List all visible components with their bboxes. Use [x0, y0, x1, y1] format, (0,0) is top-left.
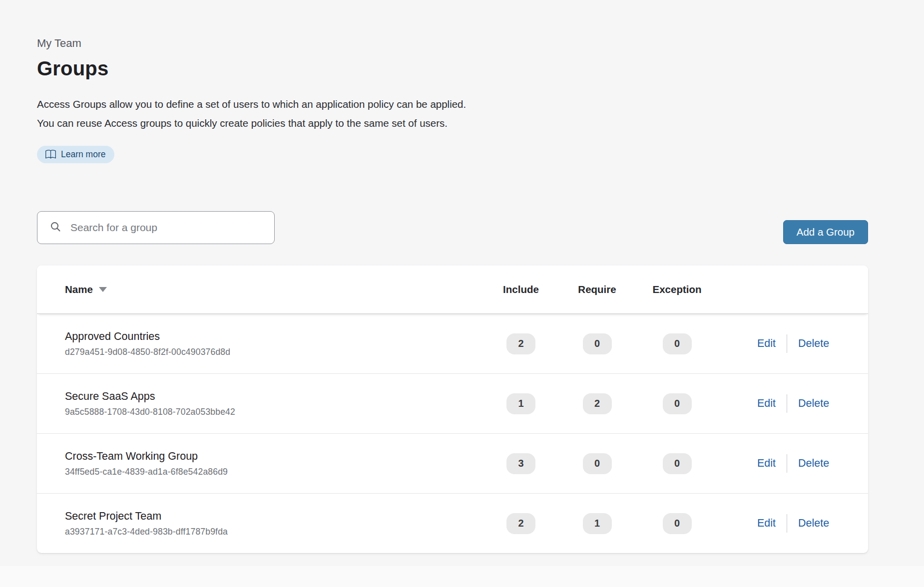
- page-title: Groups: [37, 57, 868, 80]
- delete-link[interactable]: Delete: [798, 457, 829, 470]
- group-id: d279a451-9d08-4850-8f2f-00c490376d8d: [65, 347, 483, 357]
- table-row: Secret Project Team a3937171-a7c3-4ded-9…: [37, 493, 868, 553]
- delete-link[interactable]: Delete: [798, 337, 829, 350]
- include-count-badge: 2: [506, 333, 535, 354]
- exception-cell: 0: [636, 333, 718, 354]
- require-count-badge: 2: [583, 393, 612, 414]
- search-input[interactable]: [69, 221, 264, 234]
- exception-cell: 0: [636, 453, 718, 474]
- column-header-require: Require: [558, 284, 636, 295]
- groups-table: Name Include Require Exception Approved …: [37, 266, 868, 553]
- exception-count-badge: 0: [663, 513, 692, 534]
- include-count-badge: 2: [506, 513, 535, 534]
- column-header-include: Include: [483, 284, 558, 295]
- group-name-cell: Approved Countries d279a451-9d08-4850-8f…: [37, 330, 483, 357]
- exception-cell: 0: [636, 513, 718, 534]
- table-row: Secure SaaS Apps 9a5c5888-1708-43d0-8108…: [37, 373, 868, 433]
- action-divider: [787, 394, 787, 413]
- edit-link[interactable]: Edit: [757, 457, 776, 470]
- learn-more-label: Learn more: [61, 149, 106, 160]
- breadcrumb[interactable]: My Team: [37, 37, 868, 50]
- groups-page: My Team Groups Access Groups allow you t…: [0, 0, 868, 553]
- delete-link[interactable]: Delete: [798, 517, 829, 530]
- column-header-exception: Exception: [636, 284, 718, 295]
- require-cell: 1: [558, 513, 636, 534]
- group-id: 34ff5ed5-ca1e-4839-ad1a-6f8e542a86d9: [65, 467, 483, 477]
- require-cell: 0: [558, 333, 636, 354]
- description-line-2: You can reuse Access groups to quickly c…: [37, 114, 868, 133]
- open-book-icon: [45, 149, 56, 160]
- group-name: Secure SaaS Apps: [65, 390, 483, 403]
- require-cell: 2: [558, 393, 636, 414]
- include-count-badge: 3: [506, 453, 535, 474]
- require-count-badge: 1: [583, 513, 612, 534]
- table-body: Approved Countries d279a451-9d08-4850-8f…: [37, 314, 868, 553]
- toolbar: Add a Group: [37, 211, 868, 244]
- group-name-cell: Cross-Team Working Group 34ff5ed5-ca1e-4…: [37, 450, 483, 477]
- delete-link[interactable]: Delete: [798, 397, 829, 410]
- group-name-cell: Secure SaaS Apps 9a5c5888-1708-43d0-8108…: [37, 390, 483, 417]
- require-count-badge: 0: [583, 453, 612, 474]
- group-search[interactable]: [37, 211, 275, 244]
- include-cell: 2: [483, 513, 558, 534]
- table-row: Cross-Team Working Group 34ff5ed5-ca1e-4…: [37, 433, 868, 493]
- page-description: Access Groups allow you to define a set …: [37, 95, 868, 133]
- action-divider: [787, 454, 787, 473]
- include-cell: 3: [483, 453, 558, 474]
- require-cell: 0: [558, 453, 636, 474]
- learn-more-link[interactable]: Learn more: [37, 146, 114, 163]
- group-id: 9a5c5888-1708-43d0-8108-702a053bbe42: [65, 407, 483, 417]
- search-icon: [49, 221, 61, 235]
- edit-link[interactable]: Edit: [757, 397, 776, 410]
- include-cell: 2: [483, 333, 558, 354]
- name-header-label: Name: [65, 284, 93, 295]
- include-count-badge: 1: [506, 393, 535, 414]
- row-actions: Edit Delete: [718, 454, 868, 473]
- exception-count-badge: 0: [663, 453, 692, 474]
- require-count-badge: 0: [583, 333, 612, 354]
- table-header: Name Include Require Exception: [37, 266, 868, 314]
- group-name: Approved Countries: [65, 330, 483, 343]
- edit-link[interactable]: Edit: [757, 517, 776, 530]
- exception-count-badge: 0: [663, 333, 692, 354]
- group-name: Secret Project Team: [65, 510, 483, 523]
- edit-link[interactable]: Edit: [757, 337, 776, 350]
- page-bottom-strip: [0, 566, 924, 587]
- include-cell: 1: [483, 393, 558, 414]
- table-row: Approved Countries d279a451-9d08-4850-8f…: [37, 314, 868, 373]
- group-name-cell: Secret Project Team a3937171-a7c3-4ded-9…: [37, 510, 483, 537]
- exception-cell: 0: [636, 393, 718, 414]
- group-name: Cross-Team Working Group: [65, 450, 483, 463]
- action-divider: [787, 334, 787, 353]
- row-actions: Edit Delete: [718, 334, 868, 353]
- sort-descending-icon: [99, 287, 107, 292]
- action-divider: [787, 514, 787, 533]
- group-id: a3937171-a7c3-4ded-983b-dff1787b9fda: [65, 527, 483, 537]
- add-group-button[interactable]: Add a Group: [783, 220, 868, 244]
- exception-count-badge: 0: [663, 393, 692, 414]
- row-actions: Edit Delete: [718, 394, 868, 413]
- description-line-1: Access Groups allow you to define a set …: [37, 95, 868, 114]
- row-actions: Edit Delete: [718, 514, 868, 533]
- column-header-name[interactable]: Name: [37, 284, 483, 295]
